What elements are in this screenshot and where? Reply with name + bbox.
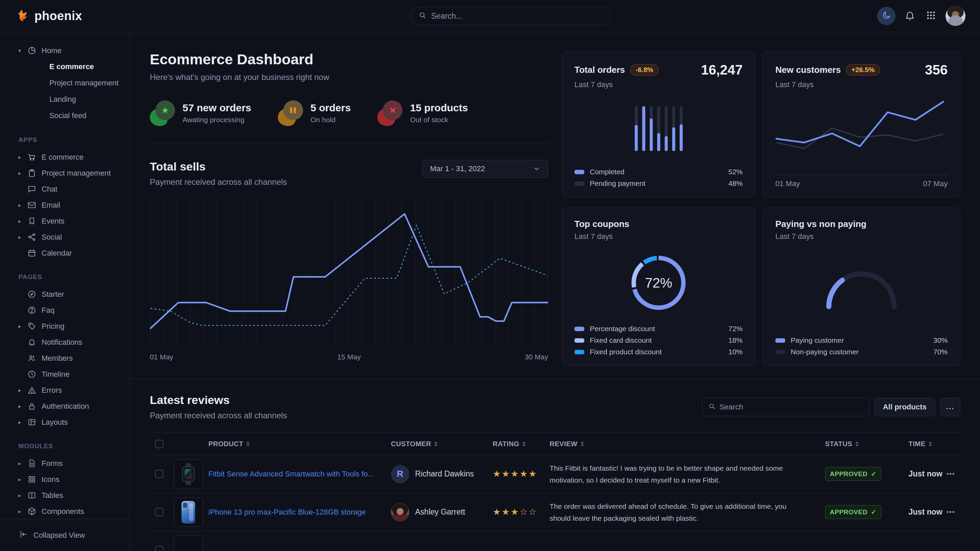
- row-checkbox[interactable]: [155, 470, 164, 478]
- sidebar-subitem-e-commerce[interactable]: E commerce: [0, 59, 129, 75]
- status-cell: APPROVED✓: [825, 467, 908, 481]
- sidebar-item-icons[interactable]: ▸Icons: [0, 472, 129, 487]
- grid-dots-icon: [926, 10, 936, 22]
- sidebar-item-label: Project management: [41, 169, 111, 178]
- total-orders-period: Last 7 days: [574, 80, 743, 89]
- legend-swatch: [574, 181, 584, 186]
- legend-label: Non-paying customer: [791, 348, 859, 356]
- order-bar-track: [665, 106, 668, 151]
- caret-right-icon: ▸: [18, 492, 27, 499]
- product-link[interactable]: iPhone 13 pro max-Pacific Blue-128GB sto…: [208, 508, 391, 517]
- product-thumbnail[interactable]: [173, 536, 203, 551]
- star-glyph: ★: [161, 105, 169, 116]
- caret-right-icon: ▸: [18, 202, 27, 208]
- sidebar-item-social[interactable]: ▸Social: [0, 229, 129, 245]
- sidebar-item-members[interactable]: Members: [0, 350, 129, 366]
- sidebar-subitem-project-management[interactable]: Project management: [0, 75, 129, 91]
- sidebar-item-label: Tables: [41, 491, 63, 500]
- product-thumbnail[interactable]: [173, 459, 203, 489]
- theme-toggle-button[interactable]: [877, 7, 896, 25]
- row-checkbox[interactable]: [155, 508, 164, 516]
- sidebar-subitem-landing[interactable]: Landing: [0, 91, 129, 108]
- caret-right-icon: ▸: [18, 218, 27, 224]
- caret-right-icon: ▸: [18, 476, 27, 483]
- top-coupons-title: Top coupons: [574, 219, 629, 229]
- reviews-search[interactable]: [702, 398, 869, 416]
- global-search-input[interactable]: [431, 11, 603, 21]
- sidebar-item-forms[interactable]: ▸Forms: [0, 456, 129, 472]
- paying-period: Last 7 days: [775, 232, 948, 241]
- box-icon: [27, 507, 41, 516]
- rating-stars: ★★★★★: [493, 468, 550, 479]
- row-checkbox[interactable]: [155, 546, 164, 551]
- date-range-select[interactable]: Mar 1 - 31, 2022: [422, 160, 548, 178]
- sidebar-item-starter[interactable]: Starter: [0, 286, 129, 302]
- sidebar-item-pricing[interactable]: ▸Pricing: [0, 318, 129, 334]
- caret-right-icon: ▸: [18, 508, 27, 514]
- collapse-label: Collapsed View: [33, 531, 85, 540]
- review-time: Just now: [908, 507, 947, 517]
- sidebar-item-errors[interactable]: ▸Errors: [0, 382, 129, 398]
- legend-swatch: [574, 338, 584, 343]
- customer-avatar: [391, 503, 409, 521]
- sidebar-item-label: Events: [41, 217, 64, 225]
- notifications-button[interactable]: [903, 9, 917, 23]
- warning-triangle-icon: [27, 386, 41, 395]
- sidebar-item-project-management[interactable]: ▸Project management: [0, 165, 129, 181]
- legend-value: 70%: [933, 348, 948, 356]
- sidebar-item-label: Faq: [41, 306, 54, 315]
- sidebar-item-faq[interactable]: Faq: [0, 302, 129, 318]
- sidebar-item-email[interactable]: ▸Email: [0, 197, 129, 213]
- sidebar-item-label: Home: [41, 46, 62, 55]
- row-actions-button[interactable]: •••: [947, 508, 960, 516]
- all-products-button[interactable]: All products: [875, 398, 935, 416]
- sidebar-item-calendar[interactable]: Calendar: [0, 245, 129, 261]
- stat-text: 15 productsOut of stock: [410, 102, 468, 124]
- select-all-checkbox[interactable]: [155, 440, 164, 448]
- reviews-search-input[interactable]: [719, 403, 862, 411]
- sidebar-item-components[interactable]: ▸Components: [0, 503, 129, 519]
- caret-right-icon: ▸: [18, 387, 27, 394]
- user-avatar[interactable]: [945, 6, 966, 26]
- tag-icon: [27, 322, 41, 331]
- sidebar-item-home[interactable]: ▾Home: [0, 43, 129, 59]
- sidebar-item-notifications[interactable]: Notifications: [0, 334, 129, 350]
- sidebar-item-authentication[interactable]: ▸Authentication: [0, 398, 129, 414]
- column-header-review[interactable]: REVIEW: [550, 440, 825, 448]
- global-search[interactable]: [410, 7, 611, 25]
- new-customers-badge: +26.5%: [846, 64, 880, 76]
- column-header-status[interactable]: STATUS: [825, 440, 908, 448]
- caret-right-icon: ▸: [18, 419, 27, 426]
- apps-grid-button[interactable]: [924, 9, 938, 23]
- sidebar-item-tables[interactable]: ▸Tables: [0, 487, 129, 503]
- product-link[interactable]: Fitbit Sense Advanced Smartwatch with To…: [208, 470, 391, 478]
- sidebar-subitem-social-feed[interactable]: Social feed: [0, 108, 129, 124]
- brand-logo[interactable]: phoenix: [14, 8, 82, 24]
- stat-sublabel: On hold: [310, 116, 351, 124]
- new-customers-card: New customers +26.5% 356 Last 7 days 01 …: [763, 51, 960, 197]
- more-options-button[interactable]: ...: [940, 398, 960, 416]
- new-customers-period: Last 7 days: [775, 80, 948, 89]
- date-range-value: Mar 1 - 31, 2022: [430, 164, 485, 173]
- new-customers-value: 356: [925, 62, 948, 78]
- sidebar-item-layouts[interactable]: ▸Layouts: [0, 414, 129, 430]
- legend-label: Paying customer: [791, 336, 844, 345]
- check-icon: ✓: [871, 508, 877, 516]
- sidebar-item-e-commerce[interactable]: ▸E commerce: [0, 149, 129, 165]
- collapse-sidebar-button[interactable]: Collapsed View: [0, 519, 129, 551]
- total-orders-card: Total orders -6.8% 16,247 Last 7 days Co…: [562, 51, 755, 197]
- row-actions-button[interactable]: •••: [947, 470, 960, 478]
- legend-label: Pending payment: [590, 179, 645, 187]
- sidebar-item-timeline[interactable]: Timeline: [0, 366, 129, 382]
- column-header-customer[interactable]: CUSTOMER: [391, 440, 493, 448]
- bookmark-icon: [27, 216, 41, 225]
- column-header-rating[interactable]: RATING: [493, 440, 550, 448]
- column-header-product[interactable]: PRODUCT: [208, 440, 391, 448]
- sidebar-item-chat[interactable]: Chat: [0, 181, 129, 197]
- sidebar-item-events[interactable]: ▸Events: [0, 213, 129, 229]
- order-bar-track: [657, 106, 660, 151]
- column-header-time[interactable]: TIME: [908, 440, 947, 448]
- reviews-table: PRODUCTCUSTOMERRATINGREVIEWSTATUSTIME Fi…: [150, 433, 960, 551]
- customer-name: Richard Dawkins: [415, 469, 474, 478]
- product-thumbnail[interactable]: [173, 497, 203, 527]
